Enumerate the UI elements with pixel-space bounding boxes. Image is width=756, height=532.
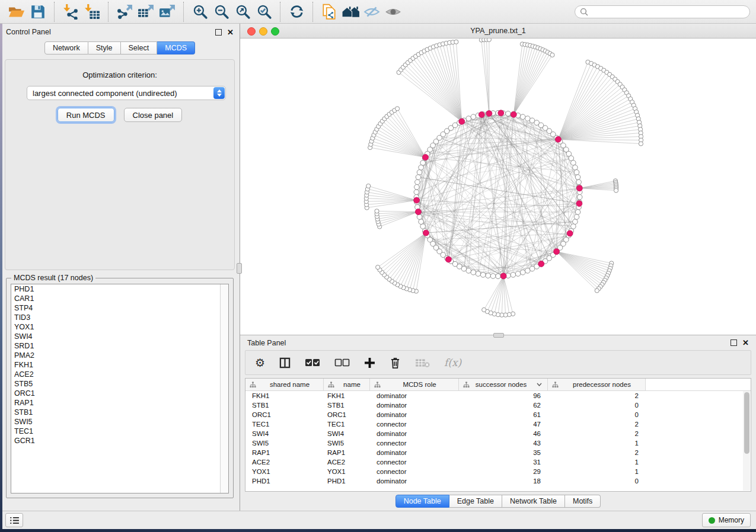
mcds-result-item[interactable]: STP4 — [11, 303, 228, 313]
splitter-handle[interactable] — [237, 263, 242, 274]
network-hub-node[interactable] — [486, 111, 492, 117]
mcds-result-item[interactable]: STB5 — [11, 379, 228, 389]
network-node[interactable] — [490, 274, 496, 279]
network-node[interactable] — [454, 40, 458, 44]
tab-edge-table[interactable]: Edge Table — [449, 495, 502, 508]
network-node[interactable] — [416, 175, 421, 180]
network-node[interactable] — [529, 266, 535, 271]
network-node[interactable] — [639, 142, 643, 146]
network-node[interactable] — [574, 214, 579, 220]
mcds-result-item[interactable]: YOX1 — [11, 322, 228, 332]
network-node[interactable] — [366, 184, 371, 188]
table-row[interactable]: YOX1YOX1connector291 — [245, 467, 751, 476]
table-row[interactable]: RAP1RAP1dominator352 — [245, 448, 751, 457]
search-field[interactable] — [575, 5, 750, 18]
network-node[interactable] — [575, 210, 580, 215]
run-mcds-button[interactable]: Run MCDS — [58, 108, 114, 122]
network-node[interactable] — [419, 219, 424, 225]
network-hub-node[interactable] — [459, 118, 465, 124]
network-node[interactable] — [525, 116, 530, 121]
network-node[interactable] — [574, 169, 579, 175]
network-node[interactable] — [506, 111, 511, 117]
column-header-MCDS-role[interactable]: MCDS role — [370, 379, 459, 390]
network-node[interactable] — [376, 265, 380, 269]
network-node[interactable] — [515, 271, 521, 277]
network-node[interactable] — [480, 273, 486, 278]
network-hub-node[interactable] — [576, 185, 582, 191]
horizontal-splitter-handle[interactable] — [493, 333, 504, 338]
show-all-button[interactable] — [382, 2, 404, 21]
table-settings-button[interactable]: ⚙ — [255, 357, 265, 368]
close-table-panel-icon[interactable]: ✕ — [742, 339, 749, 347]
network-hub-node[interactable] — [567, 230, 573, 236]
tab-node-table[interactable]: Node Table — [395, 495, 449, 508]
network-canvas[interactable] — [240, 39, 756, 335]
close-window-icon[interactable] — [247, 27, 256, 36]
network-node[interactable] — [395, 107, 400, 111]
tab-select[interactable]: Select — [121, 41, 158, 55]
mcds-result-item[interactable]: ORC1 — [11, 389, 228, 398]
network-node[interactable] — [415, 180, 420, 185]
minimize-window-icon[interactable] — [259, 27, 267, 36]
network-node[interactable] — [466, 268, 471, 274]
mcds-result-item[interactable]: TID3 — [11, 313, 228, 322]
network-window-titlebar[interactable]: YPA_prune.txt_1 — [240, 24, 756, 39]
add-column-button[interactable] — [364, 357, 375, 368]
hide-selected-button[interactable] — [361, 2, 382, 21]
network-hub-node[interactable] — [445, 257, 451, 262]
network-hub-node[interactable] — [414, 197, 420, 203]
mcds-result-item[interactable]: PMA2 — [11, 351, 228, 360]
network-node[interactable] — [496, 274, 501, 279]
network-hub-node[interactable] — [479, 112, 484, 118]
network-node[interactable] — [486, 273, 491, 278]
mcds-result-item[interactable]: ACE2 — [11, 370, 228, 379]
close-panel-icon[interactable]: ✕ — [227, 28, 234, 36]
tab-network[interactable]: Network — [44, 41, 88, 55]
search-input[interactable] — [591, 7, 745, 17]
network-hub-node[interactable] — [511, 111, 516, 117]
mcds-result-item[interactable]: CAR1 — [11, 294, 228, 303]
network-node[interactable] — [575, 175, 580, 180]
float-panel-icon[interactable] — [215, 29, 222, 36]
optimization-criterion-select[interactable]: largest connected component (undirected) — [27, 86, 226, 100]
network-node[interactable] — [414, 184, 420, 190]
network-node[interactable] — [520, 270, 525, 275]
network-hub-node[interactable] — [500, 273, 506, 279]
tab-mcds[interactable]: MCDS — [157, 41, 195, 55]
network-hub-node[interactable] — [498, 110, 504, 116]
zoom-fit-button[interactable] — [232, 2, 253, 21]
mcds-result-item[interactable]: PHD1 — [11, 284, 228, 294]
network-hub-node[interactable] — [555, 136, 561, 142]
mcds-result-item[interactable]: SRD1 — [11, 341, 228, 351]
mcds-result-item[interactable]: SWI4 — [11, 332, 228, 341]
network-hub-node[interactable] — [415, 209, 421, 215]
network-node[interactable] — [573, 165, 578, 170]
mcds-result-item[interactable]: FKH1 — [11, 360, 228, 370]
network-node[interactable] — [577, 194, 582, 200]
delete-column-button[interactable] — [390, 357, 401, 369]
close-panel-button[interactable]: Close panel — [124, 108, 183, 122]
table-row[interactable]: STB1STB1dominator620 — [245, 400, 751, 410]
export-network-button[interactable] — [114, 2, 135, 21]
network-node[interactable] — [520, 114, 525, 120]
copy-view-button[interactable] — [318, 2, 340, 21]
zoom-selected-button[interactable] — [253, 2, 275, 21]
network-node[interactable] — [419, 165, 424, 170]
tab-motifs[interactable]: Motifs — [565, 495, 601, 508]
select-all-button[interactable] — [305, 358, 320, 367]
export-image-button[interactable] — [157, 2, 178, 21]
network-node[interactable] — [471, 114, 476, 120]
network-node[interactable] — [420, 224, 426, 229]
table-row[interactable]: FKH1FKH1dominator962 — [245, 391, 751, 400]
network-hub-node[interactable] — [576, 201, 582, 207]
zoom-out-button[interactable] — [210, 2, 232, 21]
table-row[interactable]: SWI4SWI4dominator462 — [245, 429, 751, 438]
column-header-name[interactable]: name — [324, 379, 370, 390]
column-header-successor-nodes[interactable]: successor nodes — [459, 379, 548, 390]
refresh-view-button[interactable] — [286, 2, 307, 21]
network-node[interactable] — [417, 214, 422, 220]
network-hub-node[interactable] — [423, 155, 429, 161]
mcds-result-list[interactable]: PHD1CAR1STP4TID3YOX1SWI4SRD1PMA2FKH1ACE2… — [11, 284, 229, 493]
column-header-shared-name[interactable]: shared name — [245, 379, 324, 390]
memory-button[interactable]: Memory — [702, 513, 751, 527]
